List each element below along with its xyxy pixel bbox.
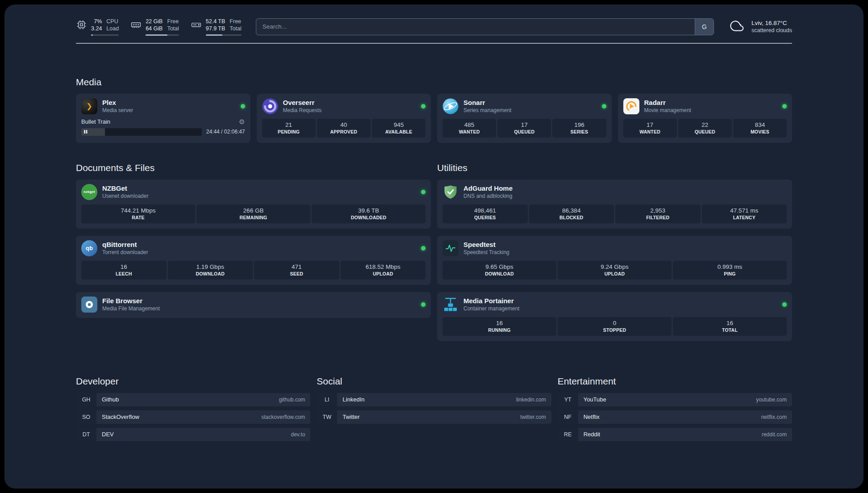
bookmark-domain: youtube.com xyxy=(756,397,787,403)
status-dot xyxy=(602,104,606,109)
service-stats: 485WANTED17QUEUED196SERIES xyxy=(442,119,606,138)
stat-value: 945 xyxy=(374,121,424,128)
stat-value: 485 xyxy=(444,121,494,128)
service-card-nzbget[interactable]: nzbget NZBGet Usenet downloader 744.21 M… xyxy=(76,180,431,229)
service-card-filebrowser[interactable]: File Browser Media File Management xyxy=(76,292,431,318)
service-name: Overseerr xyxy=(283,99,322,106)
stat-label: LEECH xyxy=(83,271,165,276)
bookmark-body[interactable]: StackOverflowstackoverflow.com xyxy=(96,410,310,424)
service-card-qbittorrent[interactable]: qb qBittorrent Torrent downloader 16LEEC… xyxy=(76,236,431,285)
stat-box: 22QUEUED xyxy=(678,119,732,138)
stat-value: 21 xyxy=(264,121,314,128)
stat-box: 17QUEUED xyxy=(497,119,551,138)
settings-gear-icon[interactable]: ⚙ xyxy=(239,118,245,125)
bookmark-list: YTYouTubeyoutube.comNFNetflixnetflix.com… xyxy=(558,393,792,441)
stat-box: 498,461QUERIES xyxy=(442,205,528,223)
memory-free-label: Free xyxy=(167,18,179,25)
stat-label: PENDING xyxy=(264,129,314,134)
service-card-plex[interactable]: ❯ Plex Media server Bullet Train ⚙ xyxy=(76,94,250,143)
bookmark-body[interactable]: YouTubeyoutube.com xyxy=(578,393,792,406)
bookmark-name: LinkedIn xyxy=(342,396,364,403)
bookmark-item[interactable]: NFNetflixnetflix.com xyxy=(558,410,792,424)
bookmark-item[interactable]: LILinkedInlinkedin.com xyxy=(317,393,551,406)
playback-progress-bar[interactable] xyxy=(81,128,202,136)
stat-value: 17 xyxy=(625,121,675,128)
service-stats: 21PENDING40APPROVED945AVAILABLE xyxy=(262,119,426,138)
bookmark-group-developer: Developer GHGithubgithub.comSOStackOverf… xyxy=(76,376,310,445)
service-card-speedtest[interactable]: Speedtest Speedtest Tracking 9.65 GbpsDO… xyxy=(437,236,792,285)
stat-box: 16LEECH xyxy=(81,261,167,280)
cpu-load-value: 3.24 xyxy=(91,25,102,32)
bookmark-domain: linkedin.com xyxy=(516,397,546,403)
stat-value: 0 xyxy=(559,320,670,326)
search-provider-button[interactable]: G xyxy=(695,19,714,35)
pause-icon[interactable] xyxy=(84,130,85,134)
bookmark-body[interactable]: DEVdev.to xyxy=(96,428,310,441)
cloud-icon xyxy=(728,19,746,35)
bookmark-item[interactable]: DTDEVdev.to xyxy=(76,428,310,441)
service-name: NZBGet xyxy=(102,184,148,192)
stat-box: 86,384BLOCKED xyxy=(529,205,614,223)
bookmark-body[interactable]: Redditreddit.com xyxy=(578,428,792,441)
stat-value: 1.19 Gbps xyxy=(170,263,251,270)
bookmark-body[interactable]: LinkedInlinkedin.com xyxy=(337,393,551,406)
bookmark-group-entertainment: Entertainment YTYouTubeyoutube.comNFNetf… xyxy=(558,376,792,445)
portainer-icon xyxy=(442,297,459,313)
resource-widget-disk: 52.4 TB 97.9 TB Free Total xyxy=(191,18,242,36)
stat-box: 16TOTAL xyxy=(673,317,787,336)
bookmark-abbr: RE xyxy=(558,428,578,441)
stat-label: SERIES xyxy=(554,129,604,134)
service-name: qBittorrent xyxy=(102,241,148,248)
service-card-adguard[interactable]: AdGuard Home DNS and adblocking 498,461Q… xyxy=(437,180,792,229)
sonarr-icon xyxy=(442,98,459,114)
stat-value: 744.21 Mbps xyxy=(83,207,193,214)
bookmark-item[interactable]: YTYouTubeyoutube.com xyxy=(558,393,792,406)
overseerr-icon xyxy=(262,98,278,114)
stat-box: 0.993 msPING xyxy=(673,261,787,280)
bookmark-body[interactable]: Netflixnetflix.com xyxy=(578,410,792,424)
stat-value: 39.6 TB xyxy=(313,207,424,214)
stat-label: MOVIES xyxy=(735,129,785,134)
stat-label: AVAILABLE xyxy=(374,129,424,134)
documents-column: Documents & Files nzbget NZBGet Usenet d… xyxy=(76,163,431,325)
stat-value: 834 xyxy=(735,121,785,128)
service-card-overseerr[interactable]: Overseerr Media Requests 21PENDING40APPR… xyxy=(257,94,431,143)
section-title-media: Media xyxy=(76,77,792,88)
bookmark-domain: reddit.com xyxy=(762,431,787,438)
stat-value: 16 xyxy=(83,263,165,270)
stat-label: QUERIES xyxy=(444,215,526,220)
bookmark-item[interactable]: TWTwittertwitter.com xyxy=(317,410,551,424)
bookmark-abbr: DT xyxy=(76,428,96,441)
stat-box: 485WANTED xyxy=(442,119,496,138)
stat-label: DOWNLOAD xyxy=(170,271,251,276)
plex-icon: ❯ xyxy=(81,98,97,114)
status-dot xyxy=(782,302,787,307)
memory-bar xyxy=(146,34,179,36)
speedtest-icon xyxy=(442,240,459,256)
stat-box: 0STOPPED xyxy=(558,317,672,336)
stat-label: LATENCY xyxy=(704,215,785,220)
bookmark-list: LILinkedInlinkedin.comTWTwittertwitter.c… xyxy=(317,393,551,424)
stat-value: 498,461 xyxy=(444,207,526,214)
stat-value: 40 xyxy=(319,121,369,128)
service-name: AdGuard Home xyxy=(463,184,513,192)
service-card-sonarr[interactable]: Sonarr Series management 485WANTED17QUEU… xyxy=(437,94,612,143)
bookmark-body[interactable]: Githubgithub.com xyxy=(96,393,310,406)
bookmark-item[interactable]: SOStackOverflowstackoverflow.com xyxy=(76,410,310,424)
bookmark-item[interactable]: RERedditreddit.com xyxy=(558,428,792,441)
stat-box: 40APPROVED xyxy=(317,119,371,138)
service-desc: Movie management xyxy=(644,107,691,113)
bookmark-name: Twitter xyxy=(342,414,359,420)
bookmark-body[interactable]: Twittertwitter.com xyxy=(337,410,551,424)
stat-box: 266 GBREMAINING xyxy=(196,205,310,223)
dashboard-content: Media ❯ Plex Media server Bullet Train ⚙ xyxy=(4,44,864,445)
bookmark-list: GHGithubgithub.comSOStackOverflowstackov… xyxy=(76,393,310,441)
service-card-radarr[interactable]: Radarr Movie management 17WANTED22QUEUED… xyxy=(618,94,793,143)
service-name: Speedtest xyxy=(463,241,509,248)
stat-value: 9.65 Gbps xyxy=(444,263,555,270)
status-dot xyxy=(421,246,426,251)
bookmark-item[interactable]: GHGithubgithub.com xyxy=(76,393,310,406)
search-input[interactable] xyxy=(256,18,714,35)
resource-widget-cpu: 7% 3.24 CPU Load xyxy=(76,18,119,36)
service-card-portainer[interactable]: Media Portainer Container management 16R… xyxy=(437,292,792,341)
